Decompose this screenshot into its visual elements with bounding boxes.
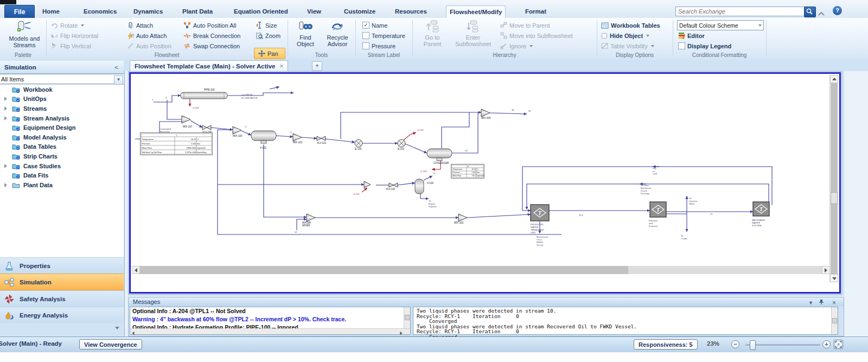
tree-item-plant-data[interactable]: Plant Data [0,180,124,190]
svg-text:COALESCER: COALESCER [433,162,449,164]
messages-hscrollbar[interactable] [130,328,410,334]
tree-item-data-tables[interactable]: Data Tables [0,142,124,152]
folder-check-icon [12,124,20,131]
close-icon[interactable]: × [279,61,283,72]
nav-safety-analysis[interactable]: Safety Analysis [0,290,124,307]
models-and-streams-button[interactable]: Models and Streams [5,20,43,52]
find-object-button[interactable]: Find Object [293,20,318,52]
folder-check-icon [12,172,20,179]
attach-button[interactable]: Attach [127,21,153,30]
hide-object-icon [601,33,608,39]
tab-resources[interactable]: Resources [392,5,430,18]
fit-to-window-button[interactable] [834,340,843,349]
scroll-left-icon[interactable] [132,266,140,274]
search-input[interactable] [675,7,807,16]
tab-economics[interactable]: Economics [80,5,120,18]
svg-text:Std Ideal Liq Vol Flow: Std Ideal Liq Vol Flow [142,151,162,154]
trace-scrollbar[interactable] [831,307,838,334]
messages-list[interactable]: Optional Info : A-204 @TPL1 -- Not Solve… [130,307,411,335]
messages-scrollbar[interactable] [404,307,410,329]
zoom-in-button[interactable]: + [822,340,831,348]
all-items-select[interactable]: All Items ▼ [0,74,124,84]
svg-text:MIX-104: MIX-104 [481,117,491,119]
nav-simulation[interactable]: Simulation [0,274,124,290]
new-tab-button[interactable]: + [312,61,322,71]
responsiveness-button[interactable]: Responsiveness: 5 [634,339,698,350]
nav-more-icon[interactable] [115,327,119,329]
tab-plant-data[interactable]: Plant Data [179,5,216,18]
tab-format[interactable]: Format [522,5,550,18]
message-line-warning: Warning : 4" backwash at 60% flow @TPL2 … [130,315,410,323]
tab-flowsheet-modify[interactable]: Flowsheet/Modify [446,5,506,18]
svg-text:Pipeline: Pipeline [429,205,437,208]
auto-position-all-button[interactable]: Auto Position All [183,21,237,30]
tree-item-data-fits[interactable]: Data Fits [0,170,124,180]
zoom-out-button[interactable]: − [731,340,739,348]
svg-text:SYSTEM: SYSTEM [752,224,762,227]
size-button[interactable]: Size [256,21,277,30]
collapse-ribbon-icon[interactable] [818,9,824,12]
svg-text:Q-100: Q-100 [193,106,199,109]
svg-text:1: 1 [176,135,177,137]
tree-item-equipment-design[interactable]: Equipment Design [0,123,124,132]
svg-text:8: 8 [433,172,435,175]
zoom-slider-thumb[interactable] [750,340,756,350]
scroll-right-icon[interactable] [822,266,830,274]
vertical-scrollbar[interactable] [829,75,838,282]
hide-object-button[interactable]: Hide Object [601,31,649,40]
tab-customize[interactable]: Customize [341,5,379,18]
pin-icon[interactable] [819,299,824,305]
auto-attach-button[interactable]: Auto Attach [127,31,167,40]
swap-connection-button[interactable]: Swap Connection [183,41,240,50]
workbook-tables-button[interactable]: Workbook Tables [601,21,660,30]
recycle-advisor-button[interactable]: Recycle Advisor [322,20,353,52]
tab-home[interactable]: Home [39,5,63,18]
tree-item-unitops[interactable]: UnitOps [0,94,124,104]
rotate-icon [51,22,58,29]
horizontal-scrollbar[interactable] [132,266,830,274]
tree-item-streams[interactable]: Streams [0,104,124,113]
tree-item-workbook[interactable]: Workbook [0,85,124,94]
view-convergence-button[interactable]: View Convergence [79,339,142,350]
file-tab[interactable]: File [4,5,35,19]
zoom-button[interactable]: Zoom [256,31,280,40]
colour-scheme-select[interactable]: Default Colour Scheme [677,20,764,30]
svg-text:2.500: 2.500 [191,143,196,145]
tab-view[interactable]: View [304,5,324,18]
zoom-slider[interactable] [745,344,820,346]
horizontal-scroll-thumb[interactable] [140,266,628,274]
scroll-up-icon[interactable] [830,75,838,83]
tree-item-case-studies[interactable]: Case Studies [0,161,124,171]
flowsheet-document-tab[interactable]: Flowsheet Template Case (Main) - Solver … [130,60,288,72]
svg-text:Crude: Crude [681,237,687,240]
break-connection-button[interactable]: Break Connection [183,31,240,40]
help-icon[interactable]: ? [833,6,842,15]
tree-item-model-analysis[interactable]: Model Analysis [0,132,124,142]
tree-item-stream-analysis[interactable]: Stream Analysis [0,113,124,123]
folder-check-icon [12,134,20,141]
stream-label-temperature-checkbox[interactable]: Temperature [362,31,405,40]
panel-collapse-button[interactable]: < [114,61,118,74]
scroll-down-icon[interactable] [830,274,838,282]
checkbox-icon [362,32,369,39]
pfd-drawing-area[interactable]: TTTPIPE-100LIQ FROMFLOWSTATIONMIX-107Com… [132,75,838,291]
tab-dynamics[interactable]: Dynamics [130,5,166,18]
chevron-down-icon[interactable]: ▼ [808,299,813,307]
stream-label-name-checkbox[interactable]: ✓ Name [362,21,387,30]
stream-label-pressure-checkbox[interactable]: Pressure [362,41,395,50]
chevron-down-icon[interactable]: ▼ [114,75,123,85]
simulation-panel: Simulation < All Items ▼ Workbook UnitOp… [0,60,125,336]
vertical-scroll-thumb[interactable] [831,192,838,204]
close-icon[interactable]: × [832,299,836,307]
trace-window[interactable]: Two liquid phases were detected in strea… [413,307,838,335]
nav-energy-analysis[interactable]: Energy Analysis [0,307,124,323]
tab-equation-oriented[interactable]: Equation Oriented [231,5,291,18]
editor-button[interactable]: Editor [678,31,705,40]
tree-item-strip-charts[interactable]: Strip Charts [0,151,124,161]
search-button[interactable] [804,7,816,17]
nav-properties[interactable]: Properties [0,257,124,274]
display-legend-checkbox[interactable]: Display Legend [678,41,731,50]
fit-screen-icon [834,340,843,348]
move-into-subflowsheet-icon [500,32,507,39]
folder-check-icon [12,143,20,150]
